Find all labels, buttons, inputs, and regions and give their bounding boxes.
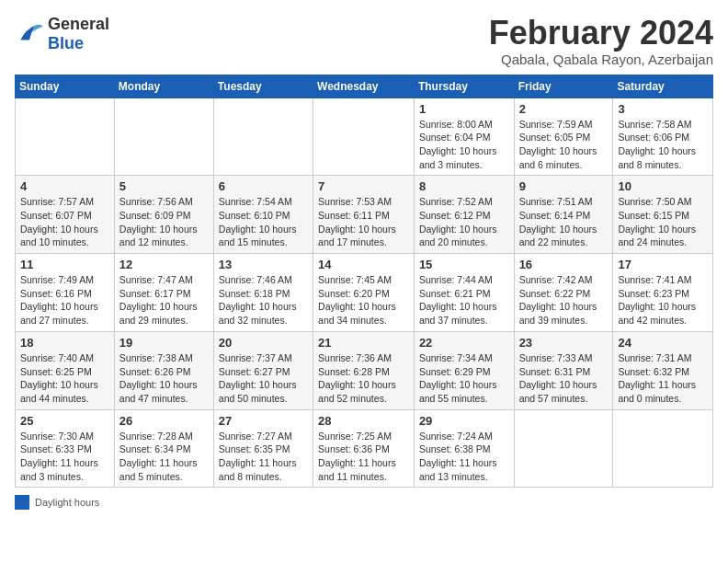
calendar-cell [16, 98, 115, 176]
day-info: Sunrise: 7:46 AMSunset: 6:18 PMDaylight:… [219, 273, 308, 327]
logo-text: General Blue [48, 15, 109, 53]
calendar-cell: 25Sunrise: 7:30 AMSunset: 6:33 PMDayligh… [16, 409, 115, 488]
calendar-table: SundayMondayTuesdayWednesdayThursdayFrid… [15, 75, 713, 488]
day-number: 24 [618, 336, 708, 350]
day-info: Sunrise: 7:53 AMSunset: 6:11 PMDaylight:… [318, 195, 409, 249]
calendar-cell [514, 409, 613, 488]
day-info: Sunrise: 7:57 AMSunset: 6:07 PMDaylight:… [20, 195, 109, 249]
day-info: Sunrise: 7:41 AMSunset: 6:23 PMDaylight:… [618, 273, 708, 327]
day-info: Sunrise: 7:25 AMSunset: 6:36 PMDaylight:… [318, 430, 409, 484]
day-number: 8 [419, 179, 509, 193]
calendar-cell: 2Sunrise: 7:59 AMSunset: 6:05 PMDaylight… [514, 98, 613, 176]
day-number: 26 [119, 414, 209, 428]
calendar-cell: 18Sunrise: 7:40 AMSunset: 6:25 PMDayligh… [16, 331, 115, 409]
location-text: Qabala, Qabala Rayon, Azerbaijan [489, 52, 713, 67]
day-info: Sunrise: 7:33 AMSunset: 6:31 PMDaylight:… [519, 351, 609, 406]
day-number: 4 [20, 179, 109, 193]
day-info: Sunrise: 7:30 AMSunset: 6:33 PMDaylight:… [20, 430, 109, 484]
day-number: 10 [618, 179, 708, 193]
calendar-week-row: 4Sunrise: 7:57 AMSunset: 6:07 PMDaylight… [16, 176, 713, 254]
calendar-cell: 7Sunrise: 7:53 AMSunset: 6:11 PMDaylight… [313, 176, 415, 254]
day-info: Sunrise: 7:51 AMSunset: 6:14 PMDaylight:… [519, 195, 609, 249]
day-number: 9 [519, 179, 609, 193]
calendar-header-thursday: Thursday [414, 75, 514, 98]
calendar-cell: 29Sunrise: 7:24 AMSunset: 6:38 PMDayligh… [414, 409, 514, 488]
day-info: Sunrise: 7:28 AMSunset: 6:34 PMDaylight:… [119, 430, 209, 484]
calendar-header-tuesday: Tuesday [213, 75, 313, 98]
day-info: Sunrise: 7:59 AMSunset: 6:05 PMDaylight:… [519, 118, 609, 172]
day-info: Sunrise: 7:36 AMSunset: 6:28 PMDaylight:… [318, 351, 409, 406]
calendar-header-row: SundayMondayTuesdayWednesdayThursdayFrid… [16, 75, 713, 98]
day-info: Sunrise: 7:54 AMSunset: 6:10 PMDaylight:… [219, 195, 308, 249]
day-number: 23 [519, 336, 609, 350]
calendar-cell: 8Sunrise: 7:52 AMSunset: 6:12 PMDaylight… [414, 176, 514, 254]
calendar-cell [313, 98, 415, 176]
calendar-header-wednesday: Wednesday [313, 75, 415, 98]
calendar-cell: 24Sunrise: 7:31 AMSunset: 6:32 PMDayligh… [613, 331, 713, 409]
calendar-cell: 5Sunrise: 7:56 AMSunset: 6:09 PMDaylight… [114, 176, 213, 254]
calendar-cell: 26Sunrise: 7:28 AMSunset: 6:34 PMDayligh… [114, 409, 213, 488]
calendar-week-row: 25Sunrise: 7:30 AMSunset: 6:33 PMDayligh… [16, 409, 713, 488]
title-block: February 2024 Qabala, Qabala Rayon, Azer… [489, 15, 713, 67]
day-number: 11 [20, 258, 109, 271]
page-header: General Blue February 2024 Qabala, Qabal… [15, 15, 713, 67]
calendar-cell [114, 98, 213, 176]
day-info: Sunrise: 7:42 AMSunset: 6:22 PMDaylight:… [519, 273, 609, 327]
calendar-cell: 12Sunrise: 7:47 AMSunset: 6:17 PMDayligh… [114, 254, 213, 332]
day-number: 27 [219, 414, 308, 428]
day-number: 7 [318, 179, 409, 193]
calendar-cell: 1Sunrise: 8:00 AMSunset: 6:04 PMDaylight… [414, 98, 514, 176]
day-info: Sunrise: 8:00 AMSunset: 6:04 PMDaylight:… [419, 118, 509, 172]
calendar-header-monday: Monday [114, 75, 213, 98]
day-info: Sunrise: 7:27 AMSunset: 6:35 PMDaylight:… [219, 430, 308, 484]
day-number: 22 [419, 336, 509, 350]
calendar-cell: 28Sunrise: 7:25 AMSunset: 6:36 PMDayligh… [313, 409, 415, 488]
day-number: 12 [119, 258, 209, 271]
day-number: 2 [519, 102, 609, 116]
day-info: Sunrise: 7:38 AMSunset: 6:26 PMDaylight:… [119, 351, 209, 406]
day-info: Sunrise: 7:34 AMSunset: 6:29 PMDaylight:… [419, 351, 509, 406]
day-info: Sunrise: 7:37 AMSunset: 6:27 PMDaylight:… [219, 351, 308, 406]
day-number: 19 [119, 336, 209, 350]
legend-label: Daylight hours [35, 497, 99, 508]
legend-box [15, 495, 29, 510]
calendar-cell: 13Sunrise: 7:46 AMSunset: 6:18 PMDayligh… [213, 254, 313, 332]
calendar-week-row: 1Sunrise: 8:00 AMSunset: 6:04 PMDaylight… [16, 98, 713, 176]
day-number: 6 [219, 179, 308, 193]
calendar-cell: 19Sunrise: 7:38 AMSunset: 6:26 PMDayligh… [114, 331, 213, 409]
day-number: 16 [519, 258, 609, 271]
day-info: Sunrise: 7:31 AMSunset: 6:32 PMDaylight:… [618, 351, 708, 406]
day-number: 1 [419, 102, 509, 116]
day-number: 5 [119, 179, 209, 193]
logo-bird-icon [15, 19, 44, 49]
calendar-cell: 17Sunrise: 7:41 AMSunset: 6:23 PMDayligh… [613, 254, 713, 332]
calendar-cell: 10Sunrise: 7:50 AMSunset: 6:15 PMDayligh… [613, 176, 713, 254]
day-number: 25 [20, 414, 109, 428]
day-number: 28 [318, 414, 409, 428]
calendar-cell: 3Sunrise: 7:58 AMSunset: 6:06 PMDaylight… [613, 98, 713, 176]
day-number: 3 [618, 102, 708, 116]
day-info: Sunrise: 7:40 AMSunset: 6:25 PMDaylight:… [20, 351, 109, 406]
month-title: February 2024 [489, 15, 713, 52]
calendar-header-sunday: Sunday [16, 75, 115, 98]
calendar-header-friday: Friday [514, 75, 613, 98]
calendar-header-saturday: Saturday [613, 75, 713, 98]
calendar-cell: 22Sunrise: 7:34 AMSunset: 6:29 PMDayligh… [414, 331, 514, 409]
day-number: 15 [419, 258, 509, 271]
day-number: 14 [318, 258, 409, 271]
calendar-cell: 15Sunrise: 7:44 AMSunset: 6:21 PMDayligh… [414, 254, 514, 332]
legend: Daylight hours [15, 495, 713, 510]
calendar-cell [213, 98, 313, 176]
calendar-cell: 16Sunrise: 7:42 AMSunset: 6:22 PMDayligh… [514, 254, 613, 332]
day-info: Sunrise: 7:45 AMSunset: 6:20 PMDaylight:… [318, 273, 409, 327]
day-info: Sunrise: 7:49 AMSunset: 6:16 PMDaylight:… [20, 273, 109, 327]
day-info: Sunrise: 7:24 AMSunset: 6:38 PMDaylight:… [419, 430, 509, 484]
logo: General Blue [15, 15, 109, 53]
calendar-cell: 11Sunrise: 7:49 AMSunset: 6:16 PMDayligh… [16, 254, 115, 332]
calendar-cell: 20Sunrise: 7:37 AMSunset: 6:27 PMDayligh… [213, 331, 313, 409]
day-number: 13 [219, 258, 308, 271]
calendar-cell [613, 409, 713, 488]
calendar-cell: 4Sunrise: 7:57 AMSunset: 6:07 PMDaylight… [16, 176, 115, 254]
day-info: Sunrise: 7:50 AMSunset: 6:15 PMDaylight:… [618, 195, 708, 249]
day-info: Sunrise: 7:52 AMSunset: 6:12 PMDaylight:… [419, 195, 509, 249]
